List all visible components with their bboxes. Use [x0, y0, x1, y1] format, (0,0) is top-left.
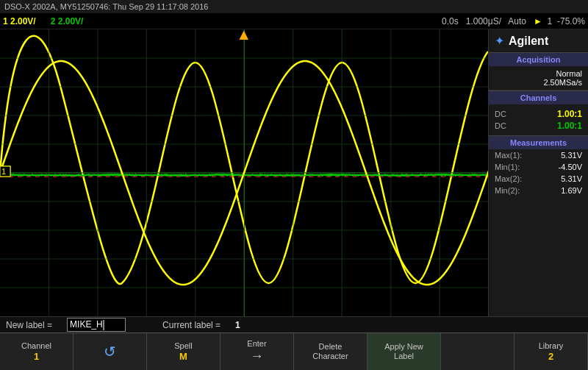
status-bar: DSO-X 2002A, MY51250746: Thu Sep 29 11:1… — [0, 0, 588, 13]
min2-value: 1.69V — [561, 186, 582, 195]
measurements-header: Measurements — [489, 135, 588, 149]
svg-text:1: 1 — [1, 167, 6, 176]
ch1-coupling: DC — [495, 110, 506, 118]
max1-value: 5.31V — [561, 151, 582, 160]
button-bar: Channel 1 ↺ Spell M Enter → Delete Chara… — [0, 332, 588, 370]
new-label-prefix: New label = — [6, 320, 52, 330]
channel-bar: 1 2.00V/ 2 2.00V/ 0.0s 1.000μS/ Auto ► 1… — [0, 13, 588, 29]
new-label-input[interactable]: MIKE_H — [67, 318, 126, 332]
enter-btn-label: Enter — [247, 339, 266, 349]
spell-btn-label: Spell — [174, 341, 192, 351]
enter-arrow-icon: → — [251, 349, 264, 364]
max1-label: Max(1): — [495, 151, 522, 160]
acquisition-header: Acquisition — [489, 52, 588, 66]
apply-btn-bottom: Label — [394, 352, 414, 361]
rotate-button[interactable]: ↺ — [74, 333, 147, 370]
min2-label: Min(2): — [495, 186, 520, 195]
agilent-logo: ✦ Agilent — [489, 29, 588, 52]
label-bar: New label = MIKE_H Current label = 1 — [0, 316, 588, 332]
rotate-icon: ↺ — [104, 343, 116, 360]
min1-label: Min(1): — [495, 163, 520, 171]
acquisition-section: Normal 2.50MSa/s — [489, 66, 588, 90]
ch1-row: DC 1.00:1 — [495, 109, 582, 119]
apply-label-button[interactable]: Apply New Label — [368, 333, 441, 370]
time-header: 0.0s 1.000μS/ Auto ► 1 -75.0% — [442, 16, 585, 26]
ch1-header: 1 2.00V/ — [3, 16, 36, 26]
status-text: DSO-X 2002A, MY51250746: Thu Sep 29 11:1… — [4, 2, 208, 11]
current-label-value: 1 — [235, 320, 240, 330]
channel-btn-label: Channel — [21, 341, 51, 351]
scope-waveform: 1 — [0, 29, 488, 316]
max1-row: Max(1): 5.31V — [489, 149, 588, 161]
delete-btn-top: Delete — [319, 342, 343, 352]
ch2-row: DC 1.00:1 — [495, 121, 582, 131]
library-button[interactable]: Library 2 — [514, 333, 588, 370]
ch2-coupling: DC — [495, 121, 506, 130]
channel-button[interactable]: Channel 1 — [0, 333, 74, 370]
spell-btn-value: M — [179, 351, 187, 362]
apply-btn-top: Apply New — [384, 342, 423, 352]
scope-display: 1 — [0, 29, 489, 316]
ch2-header: 2 2.00V/ — [51, 16, 84, 26]
ch1-scale: 1.00:1 — [557, 109, 582, 119]
delete-btn-bottom: Character — [312, 352, 348, 361]
min2-row: Min(2): 1.69V — [489, 185, 588, 196]
max2-label: Max(2): — [495, 174, 522, 183]
enter-button[interactable]: Enter → — [220, 333, 294, 370]
main-area: 1 ✦ Agilent Acquisition Normal 2.50MSa/s… — [0, 29, 588, 316]
blank-button — [441, 333, 514, 370]
channels-header: Channels — [489, 90, 588, 104]
ch2-scale: 1.00:1 — [557, 121, 582, 131]
delete-char-button[interactable]: Delete Character — [294, 333, 368, 370]
acq-mode: Normal — [495, 69, 582, 78]
agilent-icon: ✦ — [495, 34, 504, 48]
current-label-prefix: Current label = — [162, 320, 220, 330]
right-panel: ✦ Agilent Acquisition Normal 2.50MSa/s C… — [489, 29, 588, 316]
channels-section: DC 1.00:1 DC 1.00:1 — [489, 104, 588, 135]
min1-row: Min(1): -4.50V — [489, 161, 588, 173]
acq-rate: 2.50MSa/s — [495, 78, 582, 87]
agilent-name: Agilent — [509, 35, 548, 48]
min1-value: -4.50V — [559, 163, 582, 171]
max2-value: 5.31V — [561, 174, 582, 183]
spell-button[interactable]: Spell M — [147, 333, 220, 370]
channel-btn-value: 1 — [34, 351, 39, 362]
cursor — [103, 320, 104, 330]
library-btn-label: Library — [539, 341, 564, 351]
max2-row: Max(2): 5.31V — [489, 173, 588, 185]
library-btn-value: 2 — [548, 351, 553, 362]
